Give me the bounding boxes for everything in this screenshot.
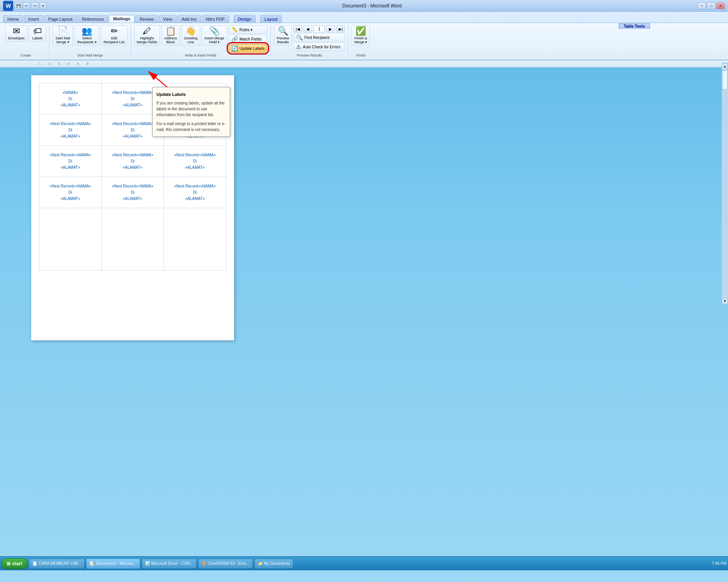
start-mail-merge-group-label: Start Mail Merge [77, 53, 103, 57]
last-record-button[interactable]: ▶| [336, 25, 345, 32]
undo-button[interactable]: ↩ [23, 2, 30, 9]
edit-recipient-list-label: EditRecipient List [104, 36, 125, 44]
taskbar-item-document3-icon: 📝 [90, 561, 94, 566]
address-block-icon: 📋 [165, 27, 176, 35]
find-recipient-icon: 🔍 [296, 34, 303, 41]
field-cell-content: «Next Record»«NAMA»Di«ALAMAT» [103, 183, 162, 202]
start-mail-merge-buttons: 📄 Start MailMerge ▾ 👥 SelectRecipients ▾… [53, 25, 128, 53]
auto-check-errors-label: Auto Check for Errors [303, 45, 340, 49]
tab-add-ins[interactable]: Add-Ins [178, 15, 201, 23]
close-button[interactable]: ✕ [716, 2, 725, 9]
taskbar-item-my-documents-icon: 📁 [258, 561, 263, 566]
labels-label: Labels [32, 36, 43, 40]
finish-buttons: ✅ Finish &Merge ▾ [352, 25, 370, 53]
title-bar-left: W 💾 ↩ ↪ ▾ [3, 1, 46, 11]
start-button[interactable]: ⊞ start [2, 558, 27, 569]
start-label: start [12, 561, 22, 566]
scroll-down-button[interactable]: ▼ [722, 298, 728, 304]
redo-button[interactable]: ↪ [31, 2, 38, 9]
taskbar-item-my-documents-label: My Documents [264, 561, 290, 566]
select-recipients-button[interactable]: 👥 SelectRecipients ▾ [75, 25, 99, 46]
labels-button[interactable]: 🏷 Labels [29, 25, 46, 42]
envelopes-button[interactable]: ✉ Envelopes [5, 25, 27, 42]
ruler: 123456 [0, 60, 728, 67]
greeting-line-icon: 👋 [185, 27, 196, 35]
ribbon-group-write-insert: 🖊 HighlightMerge Fields 📋 AddressBlock 👋… [131, 25, 271, 58]
title-bar-controls: ─ □ ✕ [698, 2, 725, 9]
tab-nitro-pdf[interactable]: Nitro PDF [202, 15, 229, 23]
save-button[interactable]: 💾 [15, 2, 22, 9]
tab-mailings[interactable]: Mailings [109, 15, 135, 23]
find-recipient-label: Find Recipient [304, 35, 329, 40]
ribbon-group-start-mail-merge: 📄 Start MailMerge ▾ 👥 SelectRecipients ▾… [50, 25, 131, 58]
ribbon-group-preview: 🔍 PreviewResults |◀ ◀ 1 ▶ ▶| � [271, 25, 348, 58]
scroll-thumb[interactable] [722, 70, 728, 90]
field-cell-content: «NAMA»Di«ALAMAT» [41, 90, 100, 108]
tab-view[interactable]: View [159, 15, 177, 23]
tooltip-update-labels: Update Labels If you are creating labels… [152, 87, 230, 137]
tooltip-title: Update Labels [156, 91, 226, 98]
preview-results-icon: 🔍 [278, 27, 288, 35]
tab-insert[interactable]: Insert [24, 15, 43, 23]
scroll-up-button[interactable]: ▲ [722, 63, 728, 69]
highlight-merge-fields-button[interactable]: 🖊 HighlightMerge Fields [134, 25, 160, 46]
match-fields-label: Match Fields [240, 37, 262, 41]
field-cell-content: «Next Record»«NAMA»Di«ALAMAT» [165, 183, 224, 202]
label-cell: «Next Record»«NAMA»Di«ALAMAT» [39, 177, 102, 208]
rules-button[interactable]: 📏 Rules ▾ [229, 25, 268, 34]
finish-merge-button[interactable]: ✅ Finish &Merge ▾ [352, 25, 370, 46]
taskbar-item-my-documents[interactable]: 📁 My Documents [254, 559, 294, 569]
field-cell-content: «Next Record»«NAMA»Di«ALAMAT» [103, 152, 162, 171]
maximize-button[interactable]: □ [707, 2, 716, 9]
greeting-line-label: GreetingLine [184, 36, 198, 44]
minimize-button[interactable]: ─ [698, 2, 706, 9]
taskbar-item-coreldraw-icon: 🎨 [202, 561, 206, 566]
edit-recipient-list-button[interactable]: ✏ EditRecipient List [101, 25, 128, 46]
tab-design[interactable]: Design [234, 15, 256, 23]
find-recipient-button[interactable]: 🔍 Find Recipient [293, 33, 345, 42]
write-insert-group-label: Write & Insert Fields [185, 53, 217, 57]
tab-home[interactable]: Home [3, 15, 23, 23]
update-labels-button[interactable]: 🔄 Update Labels [229, 44, 268, 53]
table-tools-label: Table Tools [619, 23, 650, 29]
address-block-button[interactable]: 📋 AddressBlock [162, 25, 180, 46]
preview-results-button[interactable]: 🔍 PreviewResults [274, 25, 292, 46]
customize-button[interactable]: ▾ [39, 2, 46, 9]
start-mail-merge-button[interactable]: 📄 Start MailMerge ▾ [53, 25, 73, 46]
prev-record-button[interactable]: ◀ [304, 25, 312, 32]
select-recipients-icon: 👥 [82, 27, 92, 35]
ribbon-tab-bar: Home Insert Page Layout References Maili… [0, 12, 728, 23]
next-record-button[interactable]: ▶ [326, 25, 335, 32]
match-fields-icon: 🔗 [231, 36, 238, 42]
tab-page-layout[interactable]: Page Layout [44, 15, 77, 23]
taskbar-item-document3[interactable]: 📝 Document3 - Microso... [86, 559, 140, 569]
tab-review[interactable]: Review [135, 15, 158, 23]
taskbar: ⊞ start 📄 CARA MEMBUAT LAB... 📝 Document… [0, 556, 728, 570]
finish-merge-label: Finish &Merge ▾ [354, 36, 367, 44]
insert-merge-field-button[interactable]: 📎 Insert MergeField ▾ [202, 25, 227, 46]
taskbar-time: 7:46 PM [712, 561, 726, 566]
taskbar-item-excel[interactable]: 📊 Microsoft Excel - CON... [142, 559, 197, 569]
auto-check-errors-button[interactable]: ⚠ Auto Check for Errors [293, 42, 345, 51]
address-block-label: AddressBlock [164, 36, 177, 44]
taskbar-item-excel-icon: 📊 [145, 561, 150, 566]
first-record-button[interactable]: |◀ [293, 25, 302, 32]
window-title: Document3 - Microsoft Word [46, 3, 698, 9]
greeting-line-button[interactable]: 👋 GreetingLine [181, 25, 201, 46]
preview-buttons: 🔍 PreviewResults |◀ ◀ 1 ▶ ▶| � [274, 25, 345, 53]
envelopes-label: Envelopes [8, 36, 25, 40]
document-area: Update Labels If you are creating labels… [0, 67, 728, 564]
label-cell: «Next Record»«NAMA»Di«ALAMAT» [39, 146, 102, 177]
taskbar-item-cara[interactable]: 📄 CARA MEMBUAT LAB... [29, 559, 85, 569]
tab-layout[interactable]: Layout [260, 15, 282, 23]
tooltip-text1: If you are creating labels, update all t… [156, 100, 226, 118]
record-number[interactable]: 1 [314, 25, 325, 32]
tooltip-text2: For a mail merge to a printed letter or … [156, 121, 226, 133]
tab-references[interactable]: References [78, 15, 108, 23]
taskbar-item-coreldraw[interactable]: 🎨 CorelDRAW X4 - [Gra... [198, 559, 253, 569]
right-scrollbar[interactable]: ▲ ▼ [722, 62, 728, 304]
match-fields-button[interactable]: 🔗 Match Fields [229, 35, 268, 43]
select-recipients-label: SelectRecipients ▾ [77, 36, 97, 44]
finish-group-label: Finish [356, 53, 366, 57]
update-labels-label: Update Labels [240, 46, 265, 51]
